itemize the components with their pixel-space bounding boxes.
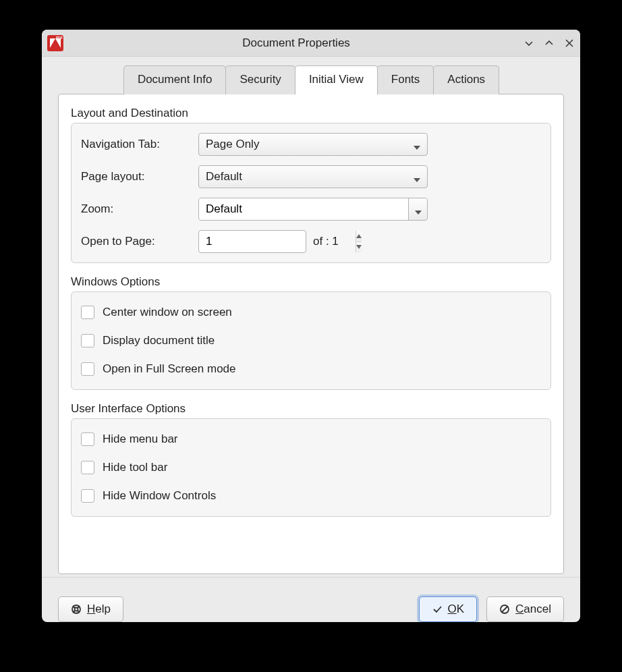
check-label: Hide menu bar <box>103 432 178 446</box>
cancel-button[interactable]: Cancel <box>486 596 564 622</box>
tab-security[interactable]: Security <box>225 65 295 94</box>
svg-marker-4 <box>415 211 422 215</box>
separator <box>42 577 580 578</box>
check-hide-menu[interactable]: Hide menu bar <box>81 428 541 450</box>
windows-options-group: Center window on screen Display document… <box>71 291 551 390</box>
svg-marker-3 <box>414 178 420 182</box>
chevron-down-icon <box>414 141 420 148</box>
tab-initial-view[interactable]: Initial View <box>295 65 378 94</box>
check-hide-window-controls[interactable]: Hide Window Controls <box>81 485 541 507</box>
checkbox-icon <box>81 306 94 319</box>
checkbox-icon <box>81 334 94 347</box>
tab-page-initial-view: Layout and Destination Navigation Tab: P… <box>58 94 564 574</box>
navigation-tab-combo[interactable]: Page Only <box>198 133 428 156</box>
check-label: Display document title <box>103 334 215 347</box>
open-to-page-spin[interactable] <box>198 230 306 253</box>
svg-point-8 <box>75 608 78 611</box>
tab-actions[interactable]: Actions <box>433 65 499 94</box>
open-to-page-row: of : 1 <box>198 230 541 253</box>
ok-label: OK <box>448 603 465 616</box>
maximize-icon[interactable] <box>544 38 555 49</box>
checkbox-icon <box>81 432 94 446</box>
app-pdf-icon <box>47 35 63 51</box>
zoom-label: Zoom: <box>81 202 189 216</box>
open-to-page-label: Open to Page: <box>81 235 189 248</box>
page-layout-combo[interactable]: Default <box>198 165 428 188</box>
dialog-footer: Help OK Cancel <box>42 588 580 622</box>
zoom-input[interactable] <box>199 198 408 220</box>
zoom-combo[interactable] <box>198 198 428 221</box>
layout-group: Navigation Tab: Page Only Page layout: D… <box>71 123 551 263</box>
layout-section: Layout and Destination Navigation Tab: P… <box>71 107 551 263</box>
check-label: Hide tool bar <box>103 461 167 474</box>
window-title: Document Properties <box>69 36 524 50</box>
tab-document-info[interactable]: Document Info <box>123 65 227 94</box>
check-icon <box>432 604 443 615</box>
ui-options-group: Hide menu bar Hide tool bar Hide Window … <box>71 418 551 517</box>
dialog-body: Document Info Security Initial View Font… <box>42 57 580 588</box>
layout-section-title: Layout and Destination <box>71 107 551 120</box>
page-layout-label: Page layout: <box>81 170 189 184</box>
help-icon <box>71 604 82 615</box>
windows-options-title: Windows Options <box>71 275 551 289</box>
tab-fonts[interactable]: Fonts <box>377 65 434 94</box>
page-layout-value: Default <box>206 170 414 184</box>
ok-button[interactable]: OK <box>419 596 478 622</box>
svg-marker-5 <box>356 234 362 238</box>
svg-line-14 <box>502 607 507 612</box>
checkbox-icon <box>81 461 94 474</box>
zoom-combo-button[interactable] <box>408 198 427 220</box>
chevron-down-icon <box>414 173 420 180</box>
window-controls <box>524 38 575 49</box>
check-display-title[interactable]: Display document title <box>81 330 541 352</box>
navigation-tab-value: Page Only <box>206 138 414 151</box>
check-hide-toolbar[interactable]: Hide tool bar <box>81 457 541 478</box>
checkbox-icon <box>81 489 94 503</box>
minimize-icon[interactable] <box>524 38 534 49</box>
checkbox-icon <box>81 362 94 376</box>
cancel-icon <box>499 604 510 615</box>
tab-bar: Document Info Security Initial View Font… <box>58 65 564 94</box>
svg-marker-2 <box>414 146 420 150</box>
check-fullscreen[interactable]: Open in Full Screen mode <box>81 358 541 380</box>
chevron-down-icon <box>415 206 422 213</box>
ui-options-title: User Interface Options <box>71 402 551 416</box>
check-label: Hide Window Controls <box>103 489 216 503</box>
check-center-window[interactable]: Center window on screen <box>81 302 541 323</box>
open-to-page-suffix: of : 1 <box>313 235 339 248</box>
spin-up-icon[interactable] <box>356 231 362 242</box>
windows-options-section: Windows Options Center window on screen … <box>71 275 551 390</box>
help-label: Help <box>87 603 111 616</box>
help-button[interactable]: Help <box>58 596 123 622</box>
spin-down-icon[interactable] <box>356 242 362 253</box>
ui-options-section: User Interface Options Hide menu bar Hid… <box>71 402 551 517</box>
check-label: Open in Full Screen mode <box>103 362 236 376</box>
svg-marker-6 <box>356 245 362 249</box>
titlebar: Document Properties <box>42 30 580 57</box>
dialog-window: Document Properties Document Info Securi… <box>42 30 580 622</box>
close-icon[interactable] <box>564 38 575 49</box>
check-label: Center window on screen <box>103 306 232 319</box>
navigation-tab-label: Navigation Tab: <box>81 138 189 151</box>
cancel-label: Cancel <box>515 603 551 616</box>
